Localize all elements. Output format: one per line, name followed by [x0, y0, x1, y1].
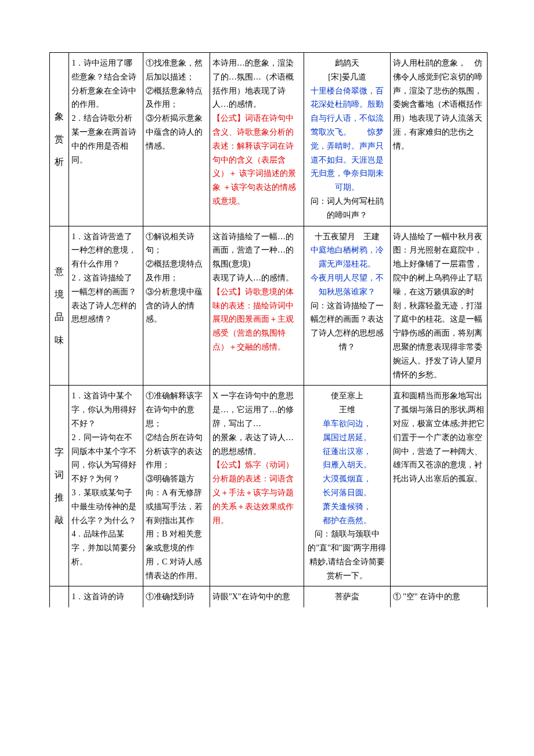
questions-cell: 1．这首诗的诗	[69, 586, 143, 607]
answer-cell: 诗人用杜鹃的意象， 仿佛令人感觉到它哀切的啼声，渲染了悲伤的氛围，委婉含蓄地（术…	[390, 53, 487, 226]
formula-cell: X 一字在诗句中的意思是…，它运用了…的修辞，写出了…的景象，表达了诗人…的思想…	[210, 386, 304, 586]
methods-cell: ①解说相关诗句；②概括意境特点及作用；③分析意境中蕴含的诗人的情感。	[143, 226, 210, 386]
formula-cell: 诗眼"X"在诗句中的意	[210, 586, 304, 607]
row-title: 象赏析	[50, 53, 69, 226]
methods-cell: ①找准意象，然后加以描述；②概括意象特点及作用；③分析揭示意象中蕴含的诗人的情感…	[143, 53, 210, 226]
questions-cell: 1．这首诗营造了一种怎样的意境，有什么作用？2．这首诗描绘了一幅怎样的画面？表达…	[69, 226, 143, 386]
methods-cell: ①准确解释该字在诗句中的意思；②结合所在诗句分析该字的表达作用；③明确答题方向：…	[143, 386, 210, 586]
methods-cell: ①准确找到诗	[143, 586, 210, 607]
analysis-table: 象赏析 1．诗中运用了哪些意象？结合全诗分析意象在全诗中的作用。2．结合诗歌分析…	[49, 52, 488, 607]
row-title	[50, 586, 69, 607]
questions-cell: 1．诗中运用了哪些意象？结合全诗分析意象在全诗中的作用。2．结合诗歌分析某一意象…	[69, 53, 143, 226]
answer-cell: 诗人描绘了一幅中秋月夜图：月光照射在庭院中，地上好像铺了一层霜雪，院中的树上乌鸦…	[390, 226, 487, 386]
questions-cell: 1．这首诗中某个字，你认为用得好不好？2．同一诗句在不同版本中某个字不同，你认为…	[69, 386, 143, 586]
example-cell: 菩萨蛮	[304, 586, 390, 607]
row-title: 意境品味	[50, 226, 69, 386]
example-cell: 使至塞上王维单车欲问边，属国过居延。征蓬出汉塞，归雁入胡天。大漠孤烟直，长河落日…	[304, 386, 390, 586]
formula-cell: 本诗用…的意象，渲染了的…氛围…（术语概括作用）地表现了诗人…的感情。【公式】词…	[210, 53, 304, 226]
example-cell: 鹧鸪天[宋]晏几道十里楼台倚翠微，百花深处杜鹃啼。殷勤自与行人语，不似流莺取次飞…	[304, 53, 390, 226]
example-cell: 十五夜望月 王建中庭地白栖树鸦，冷露无声湿桂花。今夜月明人尽望，不知秋思落谁家？…	[304, 226, 390, 386]
answer-cell: 直和圆精当而形象地写出了孤烟与落日的形状,两相对应，极富立体感;并把它们置于一个…	[390, 386, 487, 586]
formula-cell: 这首诗描绘了一幅…的画面，营造了一种…的氛围(意境)表现了诗人…的感情。【公式】…	[210, 226, 304, 386]
row-title: 字词推敲	[50, 386, 69, 586]
answer-cell: ① "空" 在诗中的意	[390, 586, 487, 607]
